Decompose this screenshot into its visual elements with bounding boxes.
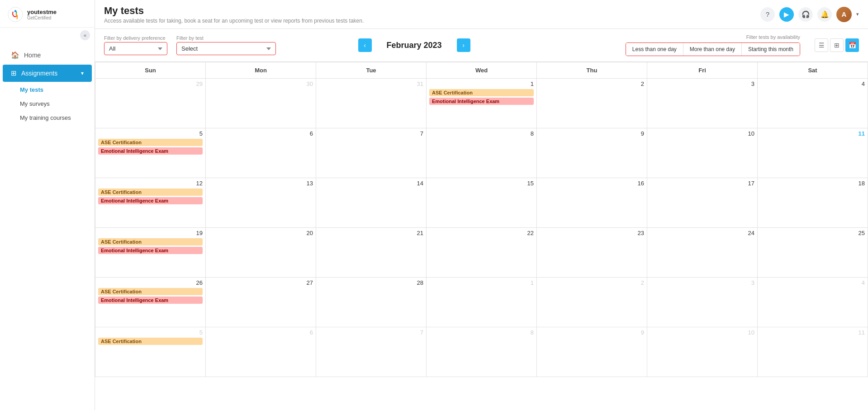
list-view-button[interactable]: ☰	[815, 38, 828, 52]
help-icon: ?	[766, 10, 769, 18]
calendar-cell[interactable]: 30	[206, 79, 316, 128]
day-number: 2	[540, 80, 644, 87]
calendar-cell[interactable]: 3	[647, 278, 758, 327]
event-bar[interactable]: ASE Certification	[98, 189, 203, 196]
calendar-cell[interactable]: 10	[647, 128, 758, 178]
header-sat: Sat	[758, 62, 868, 79]
event-bar[interactable]: Emotional Intelligence Exam	[98, 197, 203, 204]
calendar-cell[interactable]: 9	[537, 128, 647, 178]
calendar-cell[interactable]: 10	[647, 327, 758, 377]
calendar-cell[interactable]: 16	[537, 178, 647, 228]
calendar-cell[interactable]: 18	[758, 178, 868, 228]
avatar[interactable]: A	[836, 7, 852, 22]
calendar-cell[interactable]: 7	[316, 327, 427, 377]
delivery-filter-select[interactable]: All Online In-person	[104, 42, 167, 55]
event-bar[interactable]: ASE Certification	[98, 338, 203, 345]
header-mon: Mon	[206, 62, 316, 79]
help-button[interactable]: ?	[760, 7, 775, 22]
sidebar-item-my-tests[interactable]: My tests	[0, 83, 95, 97]
bell-icon: 🔔	[821, 10, 829, 19]
more-than-one-day-button[interactable]: More than one day	[683, 43, 742, 56]
calendar-cell[interactable]: 1	[427, 278, 537, 327]
page-title: My tests	[104, 5, 760, 17]
calendar-cell[interactable]: 4	[758, 79, 868, 128]
day-number: 12	[98, 180, 203, 187]
calendar-cell[interactable]: 6	[206, 327, 316, 377]
calendar-cell[interactable]: 5ASE Certification	[95, 327, 206, 377]
calendar-cell[interactable]: 4	[758, 278, 868, 327]
event-bar[interactable]: ASE Certification	[98, 288, 203, 295]
calendar-cell[interactable]: 26ASE CertificationEmotional Intelligenc…	[95, 278, 206, 327]
calendar-cell[interactable]: 22	[427, 228, 537, 278]
day-number: 27	[209, 279, 313, 286]
prev-month-button[interactable]: ‹	[358, 38, 372, 52]
sidebar-item-my-surveys[interactable]: My surveys	[0, 97, 95, 111]
calendar-cell[interactable]: 13	[206, 178, 316, 228]
event-bar[interactable]: Emotional Intelligence Exam	[98, 147, 203, 155]
day-number: 6	[209, 329, 313, 336]
sidebar: youtestme GetCertified « 🏠 Home ⊞ Assign…	[0, 0, 95, 410]
less-than-one-day-button[interactable]: Less than one day	[626, 43, 683, 56]
day-number: 4	[760, 279, 865, 286]
play-button[interactable]: ▶	[779, 7, 794, 22]
calendar-cell[interactable]: 23	[537, 228, 647, 278]
header-thu: Thu	[537, 62, 647, 79]
day-number: 9	[540, 329, 644, 336]
next-month-button[interactable]: ›	[457, 38, 470, 52]
day-number: 5	[98, 130, 203, 137]
day-number: 25	[760, 230, 865, 236]
sidebar-item-assignments[interactable]: ⊞ Assignments ▾	[3, 65, 92, 82]
calendar-week-row: 5ASE Certification67891011	[95, 327, 868, 377]
day-number: 16	[540, 180, 644, 187]
calendar-cell[interactable]: 11	[758, 128, 868, 178]
calendar-cell[interactable]: 17	[647, 178, 758, 228]
calendar-cell[interactable]: 29	[95, 79, 206, 128]
calendar-cell[interactable]: 15	[427, 178, 537, 228]
calendar-cell[interactable]: 27	[206, 278, 316, 327]
sidebar-item-my-training-courses[interactable]: My training courses	[0, 111, 95, 125]
event-bar[interactable]: Emotional Intelligence Exam	[429, 98, 534, 105]
calendar-cell[interactable]: 2	[537, 79, 647, 128]
event-bar[interactable]: Emotional Intelligence Exam	[98, 297, 203, 304]
day-number: 7	[319, 130, 423, 137]
calendar-cell[interactable]: 3	[647, 79, 758, 128]
calendar-cell[interactable]: 25	[758, 228, 868, 278]
calendar-cell[interactable]: 2	[537, 278, 647, 327]
calendar-cell[interactable]: 21	[316, 228, 427, 278]
calendar-cell[interactable]: 11	[758, 327, 868, 377]
calendar-cell[interactable]: 14	[316, 178, 427, 228]
test-filter-select[interactable]: Select	[176, 42, 276, 55]
starting-this-month-button[interactable]: Starting this month	[742, 43, 800, 56]
calendar-cell[interactable]: 31	[316, 79, 427, 128]
calendar-cell[interactable]: 9	[537, 327, 647, 377]
sidebar-item-home[interactable]: 🏠 Home	[3, 47, 92, 64]
calendar-cell[interactable]: 1ASE CertificationEmotional Intelligence…	[427, 79, 537, 128]
calendar-body: 2930311ASE CertificationEmotional Intell…	[95, 79, 868, 377]
calendar-cell[interactable]: 6	[206, 128, 316, 178]
event-bar[interactable]: ASE Certification	[98, 238, 203, 245]
event-bar[interactable]: ASE Certification	[429, 89, 534, 96]
calendar-cell[interactable]: 5ASE CertificationEmotional Intelligence…	[95, 128, 206, 178]
calendar-cell[interactable]: 19ASE CertificationEmotional Intelligenc…	[95, 228, 206, 278]
calendar-cell[interactable]: 8	[427, 128, 537, 178]
calendar-cell[interactable]: 8	[427, 327, 537, 377]
grid-view-button[interactable]: ⊞	[830, 38, 844, 52]
collapse-button[interactable]: «	[80, 30, 90, 40]
calendar-cell[interactable]: 7	[316, 128, 427, 178]
calendar-cell[interactable]: 28	[316, 278, 427, 327]
assignments-chevron-icon: ▾	[81, 70, 84, 76]
calendar-cell[interactable]: 24	[647, 228, 758, 278]
day-number: 9	[540, 130, 644, 137]
day-number: 29	[98, 80, 203, 87]
avatar-chevron-icon[interactable]: ▾	[856, 11, 859, 17]
day-number: 21	[319, 230, 423, 236]
bell-button[interactable]: 🔔	[817, 7, 832, 22]
event-bar[interactable]: ASE Certification	[98, 139, 203, 146]
day-number: 3	[650, 80, 754, 87]
event-bar[interactable]: Emotional Intelligence Exam	[98, 247, 203, 254]
headset-button[interactable]: 🎧	[798, 7, 813, 22]
calendar-cell[interactable]: 20	[206, 228, 316, 278]
logo-text-area: youtestme GetCertified	[27, 9, 57, 21]
calendar-cell[interactable]: 12ASE CertificationEmotional Intelligenc…	[95, 178, 206, 228]
calendar-view-button[interactable]: 📅	[845, 38, 859, 52]
